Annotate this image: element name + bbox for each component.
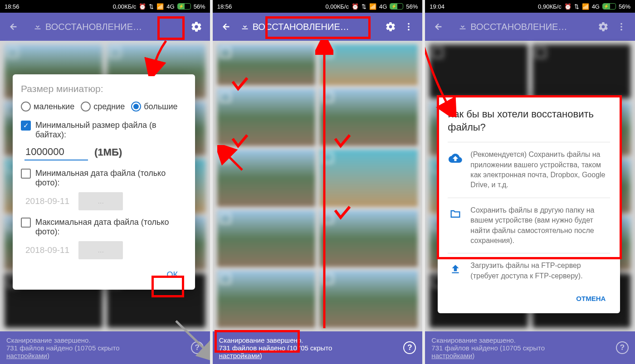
settings-link[interactable]: настройками (6, 352, 47, 359)
app-title-text: ВОССТАНОВЛЕНИЕ… (470, 22, 567, 32)
menu-button[interactable] (612, 18, 630, 36)
gear-icon (190, 21, 202, 33)
download-icon (458, 22, 468, 32)
battery-percent: 56% (194, 3, 205, 10)
upload-icon (448, 262, 463, 277)
screen-left: 18:56 0,00КБ/с ⏰ ⇅ 📶 4G ⚡ 56% ВОССТАНОВЛ… (0, 0, 210, 364)
svg-point-2 (408, 29, 410, 31)
network-label: 4G (592, 3, 600, 10)
alarm-icon: ⏰ (564, 3, 572, 10)
min-date-value: 2018-09-11 (25, 196, 69, 206)
settings-button[interactable] (187, 18, 205, 36)
photo-thumb[interactable] (320, 89, 418, 146)
photo-thumb[interactable] (320, 150, 418, 207)
radio-medium[interactable]: средние (81, 102, 125, 112)
svg-point-4 (620, 26, 622, 28)
app-title-text: ВОССТАНОВЛЕНИЕ… (253, 22, 349, 32)
back-button[interactable] (217, 18, 235, 36)
app-bar: ВОССТАНОВЛЕНИЕ… (0, 13, 210, 41)
svg-point-5 (620, 29, 622, 31)
help-button[interactable]: ? (403, 341, 416, 354)
cancel-button[interactable]: ОТМЕНА (572, 291, 610, 306)
folder-icon (448, 206, 463, 222)
photo-thumb[interactable] (320, 210, 418, 267)
radio-small[interactable]: маленькие (21, 102, 74, 112)
battery-percent: 56% (619, 3, 630, 10)
battery-icon: ⚡ (177, 3, 191, 10)
download-icon (240, 22, 250, 32)
status-bar: 18:56 0,00КБ/с ⏰ ⇅ 📶 4G ⚡ 56% (213, 0, 423, 13)
photo-thumb[interactable] (217, 44, 315, 85)
status-time: 18:56 (217, 3, 232, 10)
recovery-option-folder[interactable]: Сохранить файлы в другую папку на вашем … (448, 198, 610, 253)
min-date-picker-button[interactable]: ... (78, 192, 123, 210)
recovery-option-ftp[interactable]: Загрузить файлы на FTP-сервер (требует д… (448, 253, 610, 288)
network-label: 4G (166, 3, 174, 10)
photo-gallery (213, 41, 423, 331)
settings-button[interactable] (381, 18, 400, 36)
status-time: 19:04 (430, 3, 444, 10)
screen-right: 19:04 0,90КБ/с ⏰ ⇅ 📶 4G ⚡ 56% ВОССТАНОВЛ… (425, 0, 635, 364)
status-time: 18:56 (5, 3, 20, 10)
signal-icon: 📶 (369, 3, 376, 10)
help-button[interactable]: ? (191, 341, 204, 354)
radio-group: маленькие средние большие (21, 102, 187, 112)
download-icon (33, 22, 43, 32)
help-button[interactable]: ? (616, 341, 629, 354)
svg-point-3 (620, 23, 622, 25)
app-title-container: ВОССТАНОВЛЕНИЕ… (458, 22, 594, 32)
footer-text: Сканирование завершено. 731 файлов найде… (431, 336, 545, 359)
photo-thumb[interactable] (430, 44, 528, 98)
more-vert-icon (404, 22, 414, 32)
battery-percent: 56% (406, 3, 418, 10)
photo-thumb[interactable] (532, 44, 630, 98)
cloud-upload-icon (448, 150, 463, 166)
menu-button[interactable] (400, 18, 418, 36)
back-button[interactable] (5, 18, 23, 36)
photo-thumb[interactable] (217, 150, 315, 207)
max-date-check[interactable]: Максимальная дата файла (только фото): (21, 218, 187, 237)
settings-button[interactable] (594, 18, 612, 36)
back-button[interactable] (430, 18, 448, 36)
app-title-container[interactable]: ВОССТАНОВЛЕНИЕ… (240, 22, 382, 32)
alarm-icon: ⏰ (352, 3, 359, 10)
status-speed: 0,90КБ/с (538, 3, 562, 10)
photo-thumb[interactable] (217, 210, 315, 267)
footer-bar: Сканирование завершено. 731 файлов найде… (425, 331, 635, 364)
status-bar: 19:04 0,90КБ/с ⏰ ⇅ 📶 4G ⚡ 56% (425, 0, 635, 13)
photo-thumb[interactable] (320, 271, 418, 328)
recovery-option-cloud[interactable]: (Рекомендуется) Сохранить файлы на прило… (448, 142, 610, 198)
photo-thumb[interactable] (320, 44, 418, 85)
status-speed: 0,00КБ/с (113, 3, 137, 10)
svg-point-1 (408, 26, 410, 28)
radio-large[interactable]: большие (131, 102, 177, 112)
footer-text: Сканирование завершено. 731 файлов найде… (219, 336, 332, 359)
photo-thumb[interactable] (217, 271, 315, 328)
footer-text: Сканирование завершено. 731 файлов найде… (6, 336, 120, 359)
min-size-check[interactable]: ✓ Минимальный размер файла (в байтах): (21, 121, 187, 140)
network-label: 4G (379, 3, 387, 10)
ok-button[interactable]: ОК (158, 267, 187, 283)
battery-icon: ⚡ (602, 3, 616, 10)
footer-bar: Сканирование завершено. 731 файлов найде… (0, 331, 210, 364)
dialog-title: Как бы вы хотели восстановить файлы? (448, 108, 610, 134)
app-bar: ВОССТАНОВЛЕНИЕ… (213, 13, 423, 41)
min-date-check[interactable]: Минимальная дата файла (только фото): (21, 169, 187, 188)
settings-link[interactable]: настройками (431, 352, 472, 359)
thumbnail-settings-dialog: Размер миниатюр: маленькие средние больш… (13, 74, 195, 290)
screen-center: 18:56 0,00КБ/с ⏰ ⇅ 📶 4G ⚡ 56% ВОССТАНОВЛ… (213, 0, 423, 364)
app-title-container: ВОССТАНОВЛЕНИЕ… (33, 22, 187, 32)
min-size-input[interactable] (24, 144, 88, 160)
settings-link[interactable]: настройками (219, 352, 260, 359)
wifi-icon: ⇅ (574, 3, 579, 10)
max-date-picker-button[interactable]: ... (78, 241, 123, 259)
max-date-value: 2018-09-11 (25, 245, 69, 255)
footer-bar: Сканирование завершено. 731 файлов найде… (213, 331, 423, 364)
gear-icon (385, 21, 396, 32)
wifi-icon: ⇅ (361, 3, 366, 10)
signal-icon: 📶 (156, 3, 164, 10)
gear-icon (598, 21, 609, 32)
app-title-text: ВОССТАНОВЛЕНИЕ… (45, 22, 142, 32)
alarm-icon: ⏰ (139, 3, 146, 10)
photo-thumb[interactable] (217, 89, 315, 146)
